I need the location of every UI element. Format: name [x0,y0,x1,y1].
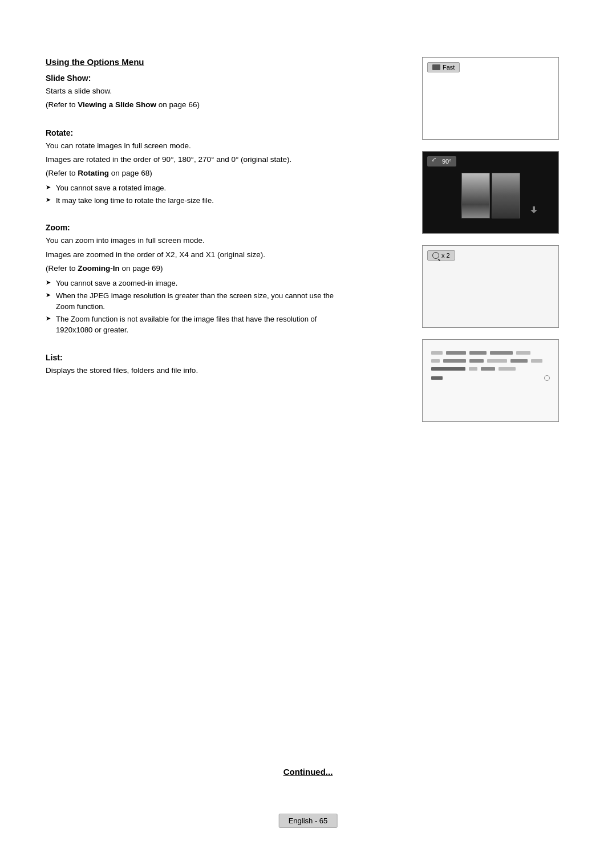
list-row-3 [431,367,550,371]
zoom-title: Zoom: [46,223,342,232]
slideshow-icon [432,64,440,70]
page-footer: English - 65 [279,814,338,828]
rotate-arrow-icon [529,203,538,214]
zoom-icon [432,252,439,259]
rotate-line3: (Refer to Rotating on page 68) [46,168,342,179]
svg-marker-0 [432,160,434,161]
list-row-4 [431,375,550,381]
continued-label: Continued... [283,767,333,777]
slideshow-bar: Fast [427,62,460,72]
rotate-label: 90° [442,158,452,165]
list-screenshot [422,339,559,422]
list-row-1 [431,351,550,355]
slideshow-screenshot: Fast [422,57,559,140]
zoom-bullet-1: You cannot save a zoomed-in image. [46,278,342,289]
slideshow-title: Slide Show: [46,74,342,83]
rotate-line2: Images are rotated in the order of 90°, … [46,154,342,165]
zoom-line1: You can zoom into images in full screen … [46,235,342,246]
slideshow-line2: (Refer to Viewing a Slide Show on page 6… [46,99,342,111]
list-row-2 [431,359,550,363]
list-rows-area [431,351,550,385]
list-circle-icon [544,375,550,381]
rotate-screenshot: 90° [422,151,559,234]
list-line1: Displays the stored files, folders and f… [46,365,342,376]
slideshow-line1: Starts a slide show. [46,86,342,97]
zoom-bar: x 2 [427,250,455,261]
zoom-line2: Images are zoomed in the order of X2, X4… [46,249,342,261]
slideshow-label: Fast [443,64,455,71]
rotate-bullet-1: You cannot save a rotated image. [46,182,342,194]
page-title: Using the Options Menu [46,57,342,67]
list-title: List: [46,353,342,362]
rotate-bullet-2: It may take long time to rotate the larg… [46,195,342,206]
zoom-bullet-3: The Zoom function is not available for t… [46,314,342,336]
rotate-icon [432,157,440,165]
zoom-bullet-2: When the JPEG image resolution is greate… [46,290,342,312]
zoom-screenshot: x 2 [422,245,559,328]
zoom-line3: (Refer to Zooming-In on page 69) [46,263,342,274]
rotate-line1: You can rotate images in full screen mod… [46,140,342,152]
zoom-label: x 2 [441,252,450,259]
rotate-image-area [434,169,547,222]
rotate-bar: 90° [427,156,456,166]
rotate-title: Rotate: [46,128,342,137]
